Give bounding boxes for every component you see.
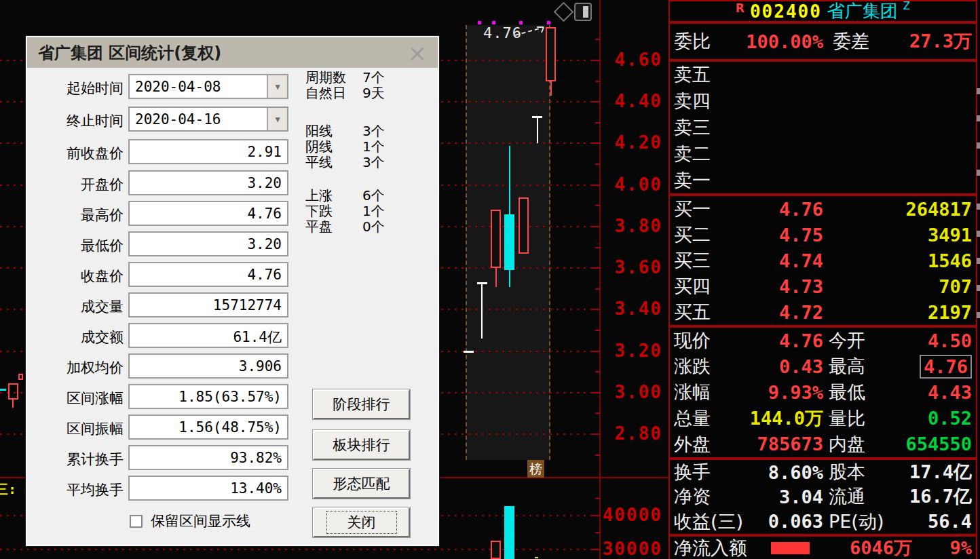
- side-stat-group: 周期数7个自然日9天: [305, 70, 434, 101]
- close-icon[interactable]: ×: [408, 43, 428, 63]
- side-stat-group: 上涨6个下跌1个平盘0个: [305, 188, 434, 235]
- stat-value: 17.4亿: [900, 460, 972, 484]
- stat-value-inner: 4.76: [920, 355, 972, 379]
- field-value-input[interactable]: 3.20: [128, 170, 288, 195]
- stat-label: 现价: [674, 328, 742, 353]
- diamond-icon[interactable]: [554, 2, 574, 22]
- bang-badge[interactable]: 榜: [527, 460, 544, 478]
- field-value-input[interactable]: 3.20: [128, 231, 288, 256]
- stat-label: 最高: [829, 354, 900, 379]
- stat-value-inner: 16.7亿: [909, 486, 972, 507]
- edge-red-fragment: [18, 374, 23, 380]
- buy-volume: 1546: [823, 250, 972, 271]
- weicha-label: 委差: [833, 29, 901, 54]
- field-label: 平均换手: [33, 480, 124, 499]
- field-value-input[interactable]: 1.56(48.75%): [128, 415, 288, 440]
- buy-volume: 3491: [823, 225, 972, 246]
- field-value-input[interactable]: 4.76: [128, 262, 288, 287]
- stat-label: 净资: [674, 484, 742, 509]
- stat-value: 785673: [742, 433, 823, 455]
- candle-body: [504, 214, 514, 271]
- axis-tick: [595, 39, 600, 40]
- field-value-input[interactable]: 13.40%: [128, 476, 288, 501]
- buy-volume: 707: [823, 276, 972, 297]
- field-value-input[interactable]: 1.85(63.57%): [128, 384, 288, 409]
- checkbox-label: 保留区间显示线: [151, 512, 250, 531]
- sell-row[interactable]: 卖五: [670, 62, 976, 88]
- axis-tick: [595, 455, 600, 456]
- axis-tick: [595, 330, 600, 331]
- field-value-input[interactable]: 93.82%: [128, 445, 288, 470]
- stat-value-inner: 56.4: [928, 511, 972, 532]
- dialog-titlebar[interactable]: 省广集团 区间统计(复权) ×: [27, 37, 438, 68]
- stock-code[interactable]: 002400: [750, 1, 822, 22]
- sell-row[interactable]: 卖三: [670, 115, 976, 141]
- buy-row[interactable]: 买五4.722197: [670, 299, 976, 325]
- buy-row[interactable]: 买三4.741546: [670, 248, 976, 273]
- candle-wick: [509, 270, 510, 286]
- stock-name[interactable]: 省广集团: [827, 0, 898, 23]
- buy-row[interactable]: 买四4.73707: [670, 273, 976, 299]
- buy-row[interactable]: 买二4.753491: [670, 222, 976, 248]
- buy-volume: 2197: [823, 302, 972, 323]
- field-value-input[interactable]: 15712774: [128, 292, 288, 317]
- sell-row[interactable]: 卖四: [670, 88, 976, 115]
- stat-row: 总量144.0万量比0.52: [670, 406, 976, 431]
- axis-tick: [592, 515, 600, 516]
- checkbox-icon[interactable]: [130, 515, 143, 528]
- field-value-input[interactable]: 4.76: [128, 201, 288, 226]
- axis-tick: [595, 81, 600, 82]
- field-label: 成交量: [33, 297, 124, 316]
- split-view-icon[interactable]: [574, 3, 592, 21]
- side-stat-value: 3个: [362, 153, 385, 172]
- sell-label: 卖四: [674, 89, 711, 113]
- date-combobox[interactable]: 2020-04-08▼: [128, 74, 288, 99]
- dropdown-arrow-icon[interactable]: ▼: [267, 75, 287, 98]
- close-button[interactable]: 关闭: [313, 507, 410, 537]
- margin-flag: R: [736, 1, 745, 15]
- stat-value: 4.43: [900, 382, 972, 403]
- annotation-arrow-icon: [514, 23, 549, 39]
- buy-label: 买一: [674, 197, 735, 221]
- axis-label: 3.60: [600, 257, 662, 277]
- sell-label: 卖五: [674, 62, 711, 87]
- weibi-section: 委比 100.00% 委差 27.3万: [668, 22, 977, 60]
- sell-row[interactable]: 卖二: [670, 140, 976, 167]
- limit-up-dot: [478, 21, 481, 24]
- stat-value: 4.76: [900, 356, 972, 377]
- dropdown-arrow-icon[interactable]: ▼: [267, 108, 287, 130]
- stat-value-inner: 4.43: [928, 382, 972, 403]
- axis-tick: [595, 371, 600, 372]
- weibi-label: 委比: [674, 29, 735, 54]
- stage-rank-button[interactable]: 阶段排行: [313, 389, 410, 419]
- buy-row[interactable]: 买一4.76264817: [670, 196, 976, 222]
- candle-wick: [509, 146, 510, 214]
- stat-value: 0.063: [742, 511, 823, 532]
- field-label: 加权均价: [33, 358, 124, 377]
- field-value-input[interactable]: 2.91: [128, 139, 288, 164]
- buy-label: 买二: [674, 223, 735, 247]
- sell-row[interactable]: 卖一: [670, 167, 976, 193]
- side-stat-label: 平线: [305, 153, 362, 172]
- weibi-value: 100.00%: [735, 31, 823, 52]
- weicha-value: 27.3万: [901, 29, 972, 54]
- axis-tick: [592, 60, 600, 61]
- stat-value: 0.52: [900, 408, 972, 429]
- axis-label: 4.40: [600, 91, 662, 111]
- pattern-match-button[interactable]: 形态匹配: [313, 469, 410, 499]
- axis-tick: [592, 185, 600, 186]
- combobox-value: 2020-04-08: [130, 75, 267, 98]
- axis-label: 2.80: [600, 423, 662, 444]
- field-value-input[interactable]: 61.4亿: [128, 323, 288, 348]
- date-combobox[interactable]: 2020-04-16▼: [128, 107, 288, 132]
- field-value-input[interactable]: 3.906: [128, 353, 288, 379]
- buy-price: 4.75: [735, 225, 823, 246]
- stat-value: 3.04: [742, 486, 823, 507]
- stat-value: 654550: [900, 433, 972, 455]
- keep-lines-checkbox-row[interactable]: 保留区间显示线: [130, 512, 250, 531]
- field-label: 成交额: [33, 328, 124, 347]
- stat-label: 流通: [829, 484, 900, 509]
- sector-rank-button[interactable]: 板块排行: [313, 430, 410, 460]
- candle-wick: [550, 81, 552, 96]
- stat-label: 总量: [674, 406, 742, 431]
